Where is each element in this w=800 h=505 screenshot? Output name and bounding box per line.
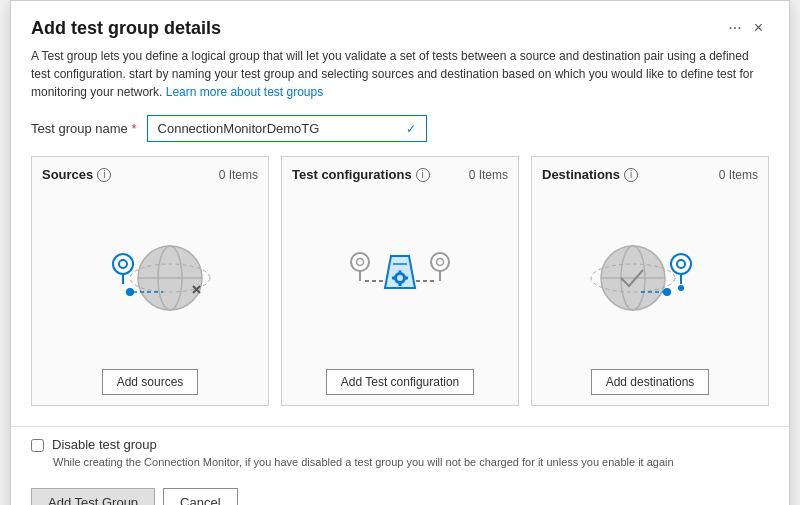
sources-panel-title: Sources — [42, 167, 93, 182]
description-text: A Test group lets you define a logical g… — [31, 47, 769, 101]
dialog-title: Add test group details — [31, 18, 712, 39]
test-config-panel-header: Test configurations i 0 Items — [292, 167, 508, 182]
test-group-name-field: Test group name * ConnectionMonitorDemoT… — [31, 115, 769, 142]
test-config-panel-title: Test configurations — [292, 167, 412, 182]
add-sources-button[interactable]: Add sources — [102, 369, 199, 395]
disable-test-group-row: Disable test group — [31, 437, 769, 452]
sources-illustration — [85, 198, 215, 353]
svg-point-24 — [397, 275, 403, 281]
svg-point-15 — [431, 253, 449, 271]
footer-section: Disable test group While creating the Co… — [11, 426, 789, 480]
sources-title-group: Sources i — [42, 167, 111, 182]
destinations-count: 0 Items — [719, 168, 758, 182]
svg-point-8 — [126, 288, 134, 296]
destinations-info-icon[interactable]: i — [624, 168, 638, 182]
destinations-illustration — [585, 198, 715, 353]
test-configurations-panel: Test configurations i 0 Items — [281, 156, 519, 406]
dialog-header: Add test group details ··· × — [11, 1, 789, 47]
test-config-title-group: Test configurations i — [292, 167, 430, 182]
action-bar: Add Test Group Cancel — [11, 480, 789, 505]
svg-point-39 — [678, 285, 684, 291]
disable-test-group-hint: While creating the Connection Monitor, i… — [53, 456, 769, 468]
destinations-title-group: Destinations i — [542, 167, 638, 182]
test-group-name-input[interactable]: ConnectionMonitorDemoTG ✓ — [147, 115, 427, 142]
svg-point-34 — [663, 288, 671, 296]
svg-rect-27 — [392, 276, 395, 279]
test-group-name-label: Test group name * — [31, 121, 137, 136]
required-marker: * — [131, 121, 136, 136]
dialog-body: A Test group lets you define a logical g… — [11, 47, 789, 426]
destinations-panel: Destinations i 0 Items — [531, 156, 769, 406]
svg-rect-25 — [399, 270, 402, 273]
destinations-panel-title: Destinations — [542, 167, 620, 182]
sources-count: 0 Items — [219, 168, 258, 182]
svg-point-36 — [671, 254, 691, 274]
add-test-group-dialog: Add test group details ··· × A Test grou… — [10, 0, 790, 505]
test-config-illustration — [335, 198, 465, 353]
add-destinations-button[interactable]: Add destinations — [591, 369, 710, 395]
sources-panel: Sources i 0 Items — [31, 156, 269, 406]
test-config-info-icon[interactable]: i — [416, 168, 430, 182]
disable-test-group-label[interactable]: Disable test group — [52, 437, 157, 452]
destinations-panel-header: Destinations i 0 Items — [542, 167, 758, 182]
svg-rect-26 — [399, 283, 402, 286]
svg-rect-28 — [405, 276, 408, 279]
learn-more-link[interactable]: Learn more about test groups — [166, 85, 323, 99]
svg-point-5 — [113, 254, 133, 274]
dialog-menu-icon[interactable]: ··· — [722, 19, 747, 37]
sources-panel-header: Sources i 0 Items — [42, 167, 258, 182]
sources-info-icon[interactable]: i — [97, 168, 111, 182]
chevron-down-icon: ✓ — [406, 122, 416, 136]
add-test-configuration-button[interactable]: Add Test configuration — [326, 369, 475, 395]
close-icon[interactable]: × — [748, 17, 769, 39]
test-config-count: 0 Items — [469, 168, 508, 182]
add-test-group-button[interactable]: Add Test Group — [31, 488, 155, 505]
panels-row: Sources i 0 Items — [31, 156, 769, 406]
disable-test-group-checkbox[interactable] — [31, 439, 44, 452]
cancel-button[interactable]: Cancel — [163, 488, 237, 505]
svg-point-12 — [351, 253, 369, 271]
